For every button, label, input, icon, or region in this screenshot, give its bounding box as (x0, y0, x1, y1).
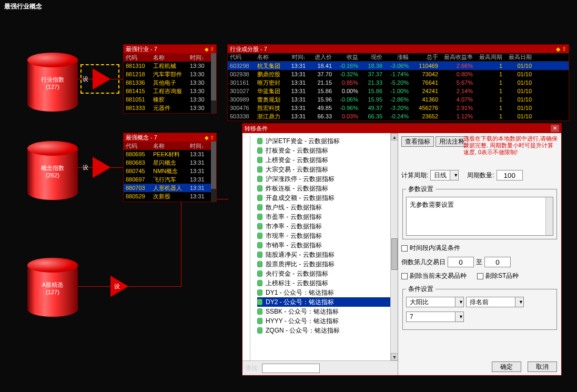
warning-text: 选股在下载的本地数据中进行,请确保数据完整. 周期数量小时可提升计算速度, 0表… (463, 135, 558, 156)
table-row[interactable]: 301027华蓝集团13:3115.860.00%15.86-1.00%2424… (228, 87, 569, 95)
column-header[interactable]: 现价 (361, 53, 386, 61)
tree-item[interactable]: 市盈率 - 云数据指标 (257, 212, 398, 222)
diamond-icon[interactable]: ◆ (556, 46, 560, 52)
table-row[interactable]: 880683星闪概念13:31 (124, 158, 216, 167)
chevron-down-icon: ▼ (450, 170, 458, 180)
table-row[interactable]: 880695PEEK材料13:31 (124, 150, 216, 158)
transform-node-1[interactable] (93, 68, 110, 89)
scrollbar[interactable] (211, 53, 216, 113)
column-header[interactable]: 涨幅 (386, 53, 412, 61)
tree-item[interactable]: 上榜资金 - 云数据指标 (257, 155, 398, 165)
up-icon[interactable]: ⇧ (210, 46, 214, 52)
tree-item[interactable]: 陆股通净买 - 云数据指标 (257, 250, 398, 259)
condition-value-combo[interactable]: 7▼ (406, 311, 464, 322)
scroll-up-icon[interactable]: ▲ (391, 133, 398, 140)
tree-item[interactable]: 沪深ETF资金 - 云数据指标 (257, 136, 398, 146)
calc-period-combo[interactable]: 日线▼ (430, 170, 459, 180)
tree-item[interactable]: 股票质押比 - 云数据指标 (257, 259, 398, 269)
condition-field-combo[interactable]: 大阳比▼ (406, 297, 464, 307)
table-row[interactable]: 880697飞行汽车13:31 (124, 175, 216, 184)
table-row[interactable]: 301161唯万密封13:3121.150.85%21.33-5.20%7664… (228, 78, 569, 87)
cylinder-industry[interactable]: 行业指数(127) (27, 53, 78, 112)
tree-item[interactable]: ZQGN - 公众号：铭达指标 (257, 326, 398, 335)
column-header[interactable]: 名称 (255, 53, 288, 61)
column-header[interactable]: 时间↓ (288, 53, 309, 61)
cancel-button[interactable]: 取消 (528, 361, 557, 372)
condition-op-combo[interactable]: 排名前▼ (466, 297, 524, 307)
column-header[interactable]: 总手 (412, 53, 441, 61)
col-name[interactable]: 名称 (153, 54, 190, 62)
scrollbar[interactable] (545, 197, 553, 235)
scroll-down-icon[interactable]: ▼ (391, 353, 398, 360)
tree-item[interactable]: 上榜标注 - 云数据指标 (257, 278, 398, 288)
tree-item[interactable]: DY2 - 公众号：铭达指标 (257, 297, 398, 307)
table-row[interactable]: 881310工程机械13:30 (124, 62, 216, 70)
tree-item[interactable]: 市净率 - 云数据指标 (257, 222, 398, 231)
column-header[interactable]: 进入价 (309, 53, 335, 61)
col-time[interactable]: 时间 (190, 54, 201, 61)
table-row[interactable]: 880745NMN概念13:31 (124, 167, 216, 175)
panel-header[interactable]: 最强概念 - 7 ◆⇧ (124, 133, 216, 142)
node-label: 设 (83, 75, 88, 83)
period-count-input[interactable] (497, 170, 523, 180)
diamond-icon[interactable]: ◆ (205, 46, 209, 52)
tree-item[interactable]: 央行资金 - 云数据指标 (257, 269, 398, 278)
tree-item[interactable]: HYYY - 公众号：铭达指标 (257, 316, 398, 326)
database-icon (257, 242, 262, 248)
ok-button[interactable]: 确定 (492, 361, 521, 372)
scrollbar[interactable] (211, 142, 216, 202)
remove-st-checkbox[interactable]: 剔除ST品种 (477, 272, 519, 280)
table-row[interactable]: 603338浙江鼎力13:3166.330.03%66.35-0.24%2365… (228, 112, 569, 120)
column-header[interactable]: 收益 (335, 53, 361, 61)
tree-item[interactable]: 炸板连板 - 云数据指标 (257, 184, 398, 193)
tree-scrollbar[interactable]: ▲ ▼ (390, 133, 398, 360)
tree-item[interactable]: 打板资金 - 云数据指标 (257, 146, 398, 155)
table-row[interactable]: 881415工程咨询服13:30 (124, 87, 216, 95)
table-row[interactable]: 881218汽车零部件13:30 (124, 70, 216, 78)
panel-title: 最强概念 - 7 (126, 134, 157, 142)
table-row[interactable]: 881051橡胶13:30 (124, 95, 216, 104)
panel-concept: 最强概念 - 7 ◆⇧ 代码 名称 时间↓ 880695PEEK材料13:318… (123, 133, 217, 202)
table-row[interactable]: 300989蕾奥规划13:3115.96-0.06%15.95-2.86%413… (228, 95, 569, 104)
up-icon[interactable]: ⇧ (562, 46, 566, 52)
cylinder-ashares[interactable]: A股精选(127) (27, 258, 78, 317)
tree-item[interactable]: 大宗交易 - 云数据指标 (257, 165, 398, 174)
column-header[interactable]: 最高日期 (505, 53, 535, 61)
table-row[interactable]: 603298杭叉集团13:3118.41-0.16%18.38-3.06%110… (228, 62, 569, 70)
dialog-titlebar[interactable]: 转移条件 ✕ (242, 124, 561, 133)
search-input[interactable] (262, 364, 320, 373)
tree-item[interactable]: DY1 - 公众号：铭达指标 (257, 288, 398, 297)
view-indicator-button[interactable]: 查看指标 (401, 136, 434, 147)
remove-nontrade-checkbox[interactable]: 剔除当前未交易品种 (401, 272, 467, 280)
col-code[interactable]: 代码 (126, 54, 153, 62)
transform-node-2[interactable] (93, 157, 110, 178)
countdown-from-input[interactable] (448, 257, 474, 267)
table-row[interactable]: 002938鹏鼎控股13:3137.70-0.32%37.37-1.74%730… (228, 70, 569, 78)
cylinder-concept[interactable]: 概念指数(262) (27, 141, 78, 200)
database-icon (257, 289, 262, 296)
table-row[interactable]: 300476胜宏科技13:3149.85-0.96%49.37-3.20%456… (228, 104, 569, 112)
tree-item[interactable]: 市现率 - 云数据指标 (257, 231, 398, 240)
tree-item[interactable]: 市销率 - 云数据指标 (257, 240, 398, 250)
close-icon[interactable]: ✕ (551, 125, 559, 132)
table-row[interactable]: 880703人形机器人13:31 (124, 184, 216, 192)
table-title: 行业成分股 - 7 (230, 45, 267, 53)
database-icon (257, 138, 262, 144)
time-range-checkbox[interactable]: 时间段内满足条件 (401, 244, 460, 253)
tree-item[interactable]: SSBK - 公众号：铭达指标 (257, 307, 398, 316)
column-header[interactable]: 最高收益率 (441, 53, 476, 61)
tree-item[interactable]: 开盘成交额 - 云数据指标 (257, 193, 398, 203)
column-header[interactable]: 最高周期 (476, 53, 505, 61)
dialog-title: 转移条件 (245, 125, 268, 133)
up-icon[interactable]: ⇧ (210, 135, 214, 140)
column-header[interactable]: 代码 (228, 53, 255, 61)
tree-item[interactable]: 散户线 - 云数据指标 (257, 203, 398, 212)
countdown-to-input[interactable] (484, 257, 511, 267)
table-row[interactable]: 881336其他电子13:30 (124, 78, 216, 87)
panel-header[interactable]: 最强行业 - 7 ◆⇧ (124, 45, 216, 53)
table-row[interactable]: 880529次新股13:31 (124, 192, 216, 200)
tree-item[interactable]: 沪深涨跌停 - 云数据指标 (257, 174, 398, 184)
diamond-icon[interactable]: ◆ (205, 135, 209, 140)
chevron-down-icon: ▼ (455, 312, 463, 321)
table-row[interactable]: 881333元器件13:30 (124, 104, 216, 112)
